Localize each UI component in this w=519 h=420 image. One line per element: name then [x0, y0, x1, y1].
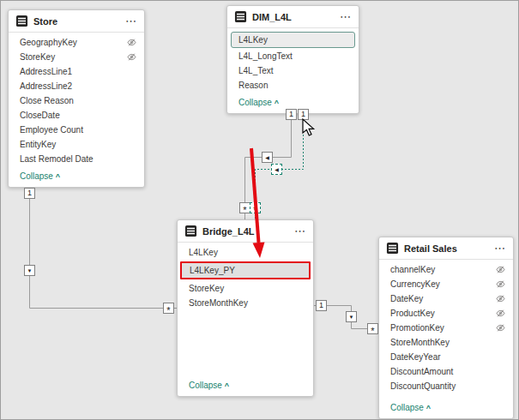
- field-list: L4LKey L4LKey_PY StoreKey StoreMonthKey: [178, 243, 313, 312]
- field-label: channelKey: [390, 265, 435, 274]
- table-card-header[interactable]: Store ⋯: [9, 10, 144, 33]
- field-list: GeographyKey StoreKey AddressLine1 Addre…: [9, 33, 144, 168]
- more-options-icon[interactable]: ⋯: [124, 17, 137, 26]
- field-row-selected[interactable]: L4LKey: [231, 32, 355, 48]
- model-view-canvas[interactable]: Store ⋯ GeographyKey StoreKey AddressLin…: [0, 0, 519, 420]
- field-row[interactable]: DiscountAmount: [379, 364, 513, 379]
- eye-slash-icon[interactable]: [496, 279, 505, 289]
- field-label: EntityKey: [20, 140, 56, 149]
- cardinality-one-badge[interactable]: 1: [24, 188, 35, 199]
- field-row[interactable]: Employee Count: [9, 123, 144, 137]
- field-row[interactable]: Close Reason: [9, 93, 144, 108]
- field-label: L4L_LongText: [238, 51, 293, 61]
- field-row[interactable]: StoreMonthKey: [178, 296, 313, 310]
- relationship-line-store-bridge[interactable]: [30, 188, 178, 309]
- more-options-icon[interactable]: ⋯: [493, 244, 506, 253]
- filter-direction-arrow-icon[interactable]: ◀: [262, 152, 273, 163]
- field-list: L4LKey L4L_LongText L4L_Text Reason: [227, 28, 359, 94]
- field-label: Employee Count: [20, 125, 83, 135]
- field-label: DateKey: [390, 294, 423, 303]
- field-label: GeographyKey: [20, 38, 77, 47]
- chevron-up-icon: ^: [275, 99, 279, 107]
- table-card-header[interactable]: Bridge_L4L ⋯: [178, 220, 313, 243]
- field-row[interactable]: CurrencyKey: [379, 277, 513, 291]
- field-label: DateKeyYear: [390, 352, 441, 362]
- field-label: DiscountAmount: [390, 367, 453, 376]
- table-icon: [184, 225, 197, 237]
- cardinality-many-badge[interactable]: *: [163, 303, 174, 314]
- field-label: DiscountQuantity: [390, 381, 456, 391]
- field-label: Reason: [238, 81, 268, 90]
- collapse-label: Collapse: [390, 403, 424, 412]
- field-row[interactable]: StoreKey: [9, 50, 144, 64]
- eye-slash-icon[interactable]: [127, 38, 136, 47]
- table-card-header[interactable]: Retail Sales ⋯: [379, 237, 513, 260]
- table-card-store[interactable]: Store ⋯ GeographyKey StoreKey AddressLin…: [8, 9, 145, 188]
- cardinality-many-badge[interactable]: *: [367, 323, 378, 334]
- eye-slash-icon[interactable]: [496, 294, 505, 303]
- field-row[interactable]: StoreKey: [178, 281, 313, 296]
- field-row[interactable]: L4L_LongText: [227, 49, 359, 63]
- cardinality-one-badge[interactable]: 1: [316, 300, 327, 311]
- field-row[interactable]: Last Remodel Date: [9, 152, 144, 166]
- table-title: Bridge_L4L: [202, 226, 288, 237]
- field-row[interactable]: channelKey: [379, 262, 513, 277]
- cardinality-one-badge[interactable]: 1: [298, 109, 309, 120]
- filter-direction-arrow-icon[interactable]: ◀: [271, 164, 282, 175]
- filter-direction-arrow-icon[interactable]: ▼: [24, 265, 35, 276]
- field-row[interactable]: EntityKey: [9, 137, 144, 152]
- field-label: CloseDate: [20, 111, 60, 120]
- chevron-up-icon: ^: [426, 404, 431, 412]
- more-options-icon[interactable]: ⋯: [293, 227, 306, 236]
- eye-slash-icon[interactable]: [496, 323, 505, 333]
- field-label: PromotionKey: [390, 323, 444, 333]
- table-title: Retail Sales: [404, 243, 488, 254]
- table-card-bridge-l4l[interactable]: Bridge_L4L ⋯ L4LKey L4LKey_PY StoreKey S…: [177, 219, 314, 397]
- field-row[interactable]: CloseDate: [9, 108, 144, 123]
- field-label: StoreMonthKey: [390, 338, 450, 347]
- filter-direction-arrow-icon[interactable]: ▼: [346, 311, 357, 322]
- field-row[interactable]: Reason: [227, 78, 359, 93]
- cardinality-one-badge[interactable]: 1: [286, 109, 297, 120]
- more-options-icon[interactable]: ⋯: [339, 13, 352, 21]
- chevron-up-icon: ^: [225, 381, 229, 390]
- eye-slash-icon[interactable]: [127, 52, 136, 62]
- field-row[interactable]: AddressLine1: [9, 64, 144, 79]
- collapse-link[interactable]: Collapse ^: [178, 377, 313, 396]
- field-row[interactable]: AddressLine2: [9, 79, 144, 93]
- table-icon: [234, 10, 247, 23]
- field-label: StoreKey: [20, 52, 55, 62]
- field-label: StoreKey: [189, 284, 224, 293]
- eye-slash-icon[interactable]: [496, 265, 505, 274]
- field-row-highlighted[interactable]: L4LKey_PY: [180, 261, 311, 279]
- collapse-label: Collapse: [189, 381, 222, 390]
- collapse-link[interactable]: Collapse ^: [9, 168, 144, 187]
- table-icon: [15, 15, 28, 27]
- field-label: Last Remodel Date: [20, 154, 94, 164]
- field-row[interactable]: DateKeyYear: [379, 350, 513, 364]
- table-card-header[interactable]: DIM_L4L ⋯: [227, 6, 359, 28]
- field-row[interactable]: StoreMonthKey: [379, 335, 513, 350]
- field-row[interactable]: ProductKey: [379, 306, 513, 321]
- field-label: L4L_Text: [238, 66, 274, 75]
- field-label: Close Reason: [20, 96, 74, 105]
- eye-slash-icon[interactable]: [496, 309, 505, 318]
- field-row[interactable]: DateKey: [379, 291, 513, 306]
- table-card-retail-sales[interactable]: Retail Sales ⋯ channelKey CurrencyKey Da…: [378, 237, 514, 419]
- field-label: AddressLine1: [20, 67, 72, 76]
- field-row[interactable]: PromotionKey: [379, 321, 513, 335]
- table-card-dim-l4l[interactable]: DIM_L4L ⋯ L4LKey L4L_LongText L4L_Text R…: [226, 5, 359, 114]
- collapse-link[interactable]: Collapse ^: [379, 399, 513, 418]
- field-row[interactable]: L4L_Text: [227, 63, 359, 78]
- field-label: ProductKey: [390, 309, 435, 318]
- field-row[interactable]: L4LKey: [178, 245, 313, 260]
- field-label: StoreMonthKey: [189, 298, 248, 308]
- table-title: Store: [33, 16, 119, 27]
- field-row[interactable]: DiscountQuantity: [379, 379, 513, 393]
- chevron-up-icon: ^: [56, 172, 60, 181]
- field-label: AddressLine2: [20, 81, 72, 91]
- field-row[interactable]: GeographyKey: [9, 35, 144, 50]
- field-list: channelKey CurrencyKey DateKey ProductKe…: [379, 260, 513, 395]
- cardinality-many-badge[interactable]: *: [250, 202, 261, 213]
- table-icon: [386, 242, 399, 255]
